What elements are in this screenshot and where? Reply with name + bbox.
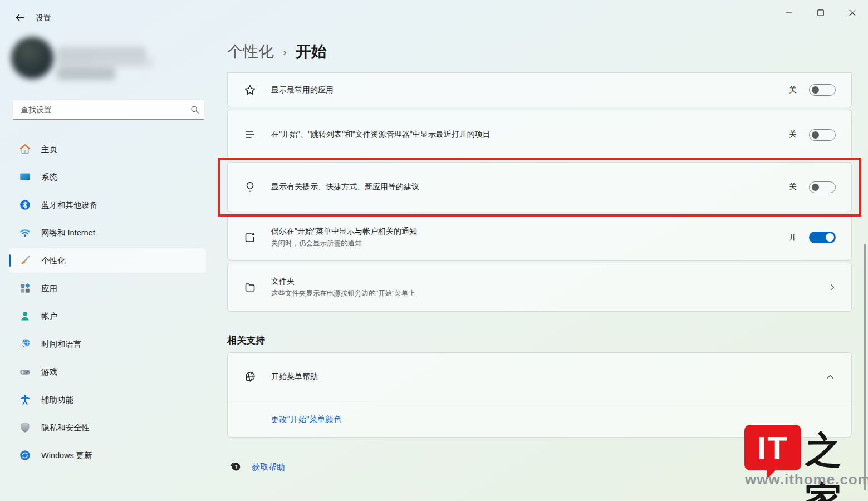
setting-subtitle: 关闭时，仍会显示所需的通知: [271, 239, 789, 248]
gamepad-icon: [19, 366, 31, 378]
recent-items-icon: [243, 128, 257, 141]
toggle-recent-items[interactable]: [809, 129, 836, 141]
sidebar-item-home[interactable]: 主页: [9, 137, 206, 161]
toggle-state-label: 关: [789, 85, 797, 95]
home-icon: [19, 143, 31, 155]
globe-search-icon: [243, 370, 257, 384]
help-bubble-icon: ?: [228, 460, 243, 474]
sidebar-item-label: 个性化: [41, 256, 66, 266]
blurred-account-info: [57, 67, 115, 80]
blurred-account-info: [94, 57, 155, 68]
shield-icon: [19, 421, 31, 434]
setting-row-most-used-apps: 显示最常用的应用 关: [227, 72, 852, 107]
paintbrush-icon: [19, 254, 31, 267]
ithome-url: www.ithome.com: [745, 471, 868, 488]
chevron-right-icon: [827, 282, 851, 293]
toggle-state-label: 关: [789, 130, 797, 140]
sidebar-item-label: 辅助功能: [41, 395, 73, 405]
window-title: 设置: [36, 13, 51, 23]
sidebar-item-label: 隐私和安全性: [41, 423, 90, 433]
toggle-account-notifications[interactable]: [809, 232, 836, 243]
ithome-logo: IT: [744, 425, 801, 470]
svg-text:?: ?: [234, 464, 238, 470]
sidebar-item-apps[interactable]: 应用: [9, 276, 206, 301]
sidebar-item-accounts[interactable]: 帐户: [9, 304, 206, 328]
arrow-left-icon: [15, 13, 24, 22]
ithome-logo-text: IT: [757, 429, 788, 466]
toggle-suggestions[interactable]: [809, 181, 836, 193]
accessibility-icon: [19, 394, 31, 406]
sidebar-item-gaming[interactable]: 游戏: [9, 360, 206, 384]
sidebar-item-accessibility[interactable]: 辅助功能: [9, 387, 206, 412]
star-icon: [243, 84, 257, 97]
person-icon: [19, 310, 31, 322]
breadcrumb-separator: ›: [283, 46, 287, 58]
get-help-link[interactable]: 获取帮助: [252, 462, 285, 473]
setting-subtitle: 这些文件夹显示在电源按钮旁边的"开始"菜单上: [271, 289, 827, 298]
sidebar-item-windows-update[interactable]: Windows 更新: [9, 443, 206, 468]
sidebar-item-bluetooth[interactable]: 蓝牙和其他设备: [9, 193, 206, 217]
setting-title: 显示有关提示、快捷方式、新应用等的建议: [271, 182, 789, 192]
apps-icon: [19, 282, 31, 294]
sidebar-item-personalization[interactable]: 个性化: [9, 248, 206, 273]
sidebar-item-network[interactable]: 网络和 Internet: [9, 220, 206, 245]
sidebar-item-label: 时间和语言: [41, 339, 82, 350]
sidebar-item-time-language[interactable]: 时间和语言: [9, 332, 206, 356]
lightbulb-icon: [243, 180, 257, 194]
breadcrumb-parent[interactable]: 个性化: [227, 41, 274, 62]
setting-title: 偶尔在"开始"菜单中显示与帐户相关的通知: [271, 227, 789, 237]
setting-row-recent-items: 在"开始"、"跳转列表"和"文件资源管理器"中显示最近打开的项目 关: [227, 110, 852, 160]
sidebar-item-system[interactable]: 系统: [9, 165, 206, 189]
search-input[interactable]: [13, 100, 185, 119]
chevron-up-icon[interactable]: [825, 371, 851, 382]
help-row-title: 开始菜单帮助: [271, 372, 825, 382]
sidebar-item-label: Windows 更新: [41, 450, 92, 461]
sidebar-item-label: 蓝牙和其他设备: [41, 200, 98, 210]
globe-clock-icon: [19, 338, 31, 350]
toggle-most-used-apps[interactable]: [809, 84, 836, 96]
toggle-state-label: 关: [789, 182, 797, 192]
breadcrumb: 个性化 › 开始: [227, 41, 327, 62]
wifi-icon: [19, 227, 31, 239]
folder-icon: [243, 281, 257, 294]
setting-row-account-notifications: 偶尔在"开始"菜单中显示与帐户相关的通知 关闭时，仍会显示所需的通知 开: [227, 214, 852, 261]
settings-search: [12, 100, 205, 120]
page-title: 开始: [296, 41, 327, 62]
user-profile[interactable]: [10, 35, 177, 88]
sidebar-item-label: 游戏: [41, 367, 57, 377]
setting-title: 显示最常用的应用: [271, 85, 789, 95]
sidebar-item-label: 系统: [41, 172, 57, 183]
setting-title: 文件夹: [271, 277, 827, 287]
start-menu-help-row[interactable]: 开始菜单帮助: [228, 353, 851, 401]
bluetooth-icon: [19, 199, 31, 211]
sidebar-item-label: 主页: [41, 144, 57, 155]
search-icon[interactable]: [185, 105, 204, 114]
back-button[interactable]: [11, 9, 28, 26]
setting-row-folders[interactable]: 文件夹 这些文件夹显示在电源按钮旁边的"开始"菜单上: [227, 263, 852, 312]
sidebar-item-label: 帐户: [41, 311, 57, 322]
setting-title: 在"开始"、"跳转列表"和"文件资源管理器"中显示最近打开的项目: [271, 130, 789, 140]
minimize-button[interactable]: [776, 3, 802, 22]
system-icon: [19, 171, 31, 183]
sync-icon: [19, 449, 31, 461]
sidebar-item-label: 应用: [41, 283, 57, 294]
setting-row-suggestions: 显示有关提示、快捷方式、新应用等的建议 关: [227, 162, 852, 212]
sidebar-item-privacy[interactable]: 隐私和安全性: [9, 415, 206, 440]
toggle-state-label: 开: [789, 233, 797, 243]
close-button[interactable]: [840, 3, 865, 22]
sidebar-item-label: 网络和 Internet: [41, 228, 95, 238]
sidebar-nav: 主页 系统 蓝牙和其他设备 网络和 Internet 个性化 应用: [9, 137, 206, 471]
change-start-menu-color-link[interactable]: 更改"开始"菜单颜色: [271, 414, 341, 425]
section-title-related-support: 相关支持: [227, 334, 265, 347]
maximize-button[interactable]: [808, 3, 833, 22]
ithome-logo-cn: 之家: [805, 425, 868, 501]
avatar: [11, 37, 53, 79]
notification-icon: [243, 231, 257, 244]
